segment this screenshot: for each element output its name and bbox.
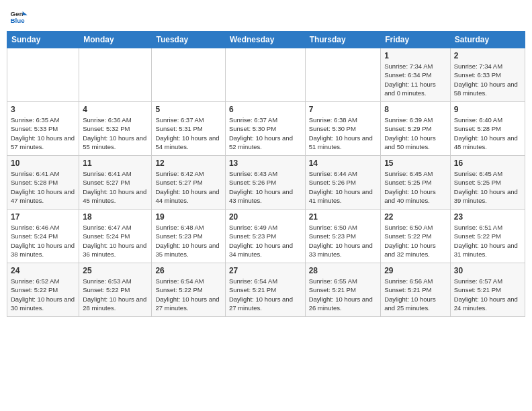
day-info: Sunrise: 6:45 AMSunset: 5:25 PMDaylight:…	[454, 169, 521, 205]
calendar-day-cell: 5Sunrise: 6:37 AMSunset: 5:31 PMDaylight…	[152, 102, 225, 156]
calendar-day-cell: 10Sunrise: 6:41 AMSunset: 5:28 PMDayligh…	[7, 156, 79, 210]
calendar-day-cell	[79, 48, 152, 102]
day-info: Sunrise: 6:50 AMSunset: 5:23 PMDaylight:…	[309, 223, 378, 259]
day-info: Sunrise: 6:54 AMSunset: 5:21 PMDaylight:…	[229, 277, 302, 312]
svg-marker-2	[23, 11, 28, 15]
calendar-day-cell: 29Sunrise: 6:56 AMSunset: 5:21 PMDayligh…	[381, 263, 451, 317]
day-number: 13	[229, 158, 302, 168]
day-info: Sunrise: 7:34 AMSunset: 6:34 PMDaylight:…	[384, 62, 447, 97]
calendar-day-cell	[152, 48, 225, 102]
day-info: Sunrise: 6:45 AMSunset: 5:25 PMDaylight:…	[384, 169, 447, 205]
day-info: Sunrise: 6:40 AMSunset: 5:28 PMDaylight:…	[454, 116, 521, 151]
day-number: 16	[454, 158, 521, 168]
calendar-day-cell: 3Sunrise: 6:35 AMSunset: 5:33 PMDaylight…	[7, 102, 79, 156]
calendar-day-cell: 9Sunrise: 6:40 AMSunset: 5:28 PMDaylight…	[450, 102, 525, 156]
day-info: Sunrise: 6:52 AMSunset: 5:22 PMDaylight:…	[11, 277, 75, 312]
day-number: 9	[454, 105, 521, 114]
day-number: 28	[309, 266, 378, 275]
calendar-table: SundayMondayTuesdayWednesdayThursdayFrid…	[7, 31, 525, 317]
calendar-day-cell: 24Sunrise: 6:52 AMSunset: 5:22 PMDayligh…	[7, 263, 79, 317]
day-number: 1	[384, 51, 447, 60]
calendar-day-cell: 25Sunrise: 6:53 AMSunset: 5:22 PMDayligh…	[79, 263, 152, 317]
day-info: Sunrise: 6:43 AMSunset: 5:26 PMDaylight:…	[229, 169, 302, 205]
day-number: 19	[155, 212, 221, 222]
day-info: Sunrise: 6:57 AMSunset: 5:21 PMDaylight:…	[454, 277, 521, 312]
calendar-day-cell: 19Sunrise: 6:48 AMSunset: 5:23 PMDayligh…	[152, 210, 225, 263]
calendar-week-row: 3Sunrise: 6:35 AMSunset: 5:33 PMDaylight…	[7, 102, 525, 156]
calendar-day-cell: 13Sunrise: 6:43 AMSunset: 5:26 PMDayligh…	[225, 156, 305, 210]
calendar-day-cell: 17Sunrise: 6:46 AMSunset: 5:24 PMDayligh…	[7, 210, 79, 263]
calendar-day-cell: 8Sunrise: 6:39 AMSunset: 5:29 PMDaylight…	[381, 102, 451, 156]
day-number: 15	[384, 158, 447, 168]
calendar-day-cell: 26Sunrise: 6:54 AMSunset: 5:22 PMDayligh…	[152, 263, 225, 317]
day-info: Sunrise: 6:36 AMSunset: 5:32 PMDaylight:…	[83, 116, 148, 151]
calendar-day-cell: 6Sunrise: 6:37 AMSunset: 5:30 PMDaylight…	[225, 102, 305, 156]
day-info: Sunrise: 6:44 AMSunset: 5:26 PMDaylight:…	[309, 169, 378, 205]
day-info: Sunrise: 6:56 AMSunset: 5:21 PMDaylight:…	[384, 277, 447, 312]
day-info: Sunrise: 6:39 AMSunset: 5:29 PMDaylight:…	[384, 116, 447, 151]
calendar-day-cell: 11Sunrise: 6:41 AMSunset: 5:27 PMDayligh…	[79, 156, 152, 210]
day-info: Sunrise: 6:41 AMSunset: 5:28 PMDaylight:…	[11, 169, 75, 205]
day-info: Sunrise: 6:51 AMSunset: 5:22 PMDaylight:…	[454, 223, 521, 259]
day-number: 17	[11, 212, 75, 222]
weekday-header: Tuesday	[152, 32, 225, 48]
day-info: Sunrise: 6:38 AMSunset: 5:30 PMDaylight:…	[309, 116, 378, 151]
day-number: 25	[83, 266, 148, 275]
day-info: Sunrise: 6:46 AMSunset: 5:24 PMDaylight:…	[11, 223, 75, 259]
calendar-day-cell: 20Sunrise: 6:49 AMSunset: 5:23 PMDayligh…	[225, 210, 305, 263]
day-info: Sunrise: 7:34 AMSunset: 6:33 PMDaylight:…	[454, 62, 521, 97]
weekday-header: Monday	[79, 32, 152, 48]
day-info: Sunrise: 6:54 AMSunset: 5:22 PMDaylight:…	[155, 277, 221, 312]
day-number: 23	[454, 212, 521, 222]
day-number: 4	[83, 105, 148, 114]
weekday-header: Wednesday	[225, 32, 305, 48]
day-number: 21	[309, 212, 378, 222]
calendar-day-cell: 12Sunrise: 6:42 AMSunset: 5:27 PMDayligh…	[152, 156, 225, 210]
day-number: 29	[384, 266, 447, 275]
day-info: Sunrise: 6:49 AMSunset: 5:23 PMDaylight:…	[229, 223, 302, 259]
calendar-day-cell: 27Sunrise: 6:54 AMSunset: 5:21 PMDayligh…	[225, 263, 305, 317]
day-number: 20	[229, 212, 302, 222]
day-info: Sunrise: 6:37 AMSunset: 5:31 PMDaylight:…	[155, 116, 221, 151]
day-number: 5	[155, 105, 221, 114]
calendar-day-cell: 16Sunrise: 6:45 AMSunset: 5:25 PMDayligh…	[450, 156, 525, 210]
weekday-header: Friday	[381, 32, 451, 48]
day-number: 2	[454, 51, 521, 60]
calendar-day-cell: 4Sunrise: 6:36 AMSunset: 5:32 PMDaylight…	[79, 102, 152, 156]
calendar-day-cell	[7, 48, 79, 102]
day-number: 14	[309, 158, 378, 168]
day-number: 22	[384, 212, 447, 222]
day-number: 24	[11, 266, 75, 275]
calendar-day-cell: 30Sunrise: 6:57 AMSunset: 5:21 PMDayligh…	[450, 263, 525, 317]
calendar-day-cell: 1Sunrise: 7:34 AMSunset: 6:34 PMDaylight…	[381, 48, 451, 102]
day-number: 7	[309, 105, 378, 114]
calendar-day-cell	[305, 48, 381, 102]
day-number: 8	[384, 105, 447, 114]
day-number: 3	[11, 105, 75, 114]
day-number: 30	[454, 266, 521, 275]
day-number: 6	[229, 105, 302, 114]
calendar-day-cell: 14Sunrise: 6:44 AMSunset: 5:26 PMDayligh…	[305, 156, 381, 210]
day-info: Sunrise: 6:47 AMSunset: 5:24 PMDaylight:…	[83, 223, 148, 259]
day-info: Sunrise: 6:53 AMSunset: 5:22 PMDaylight:…	[83, 277, 148, 312]
day-info: Sunrise: 6:37 AMSunset: 5:30 PMDaylight:…	[229, 116, 302, 151]
day-info: Sunrise: 6:35 AMSunset: 5:33 PMDaylight:…	[11, 116, 75, 151]
day-number: 11	[83, 158, 148, 168]
day-number: 26	[155, 266, 221, 275]
weekday-header: Thursday	[305, 32, 381, 48]
calendar-day-cell: 15Sunrise: 6:45 AMSunset: 5:25 PMDayligh…	[381, 156, 451, 210]
day-number: 12	[155, 158, 221, 168]
day-info: Sunrise: 6:42 AMSunset: 5:27 PMDaylight:…	[155, 169, 221, 205]
calendar-day-cell: 22Sunrise: 6:50 AMSunset: 5:22 PMDayligh…	[381, 210, 451, 263]
day-info: Sunrise: 6:48 AMSunset: 5:23 PMDaylight:…	[155, 223, 221, 259]
day-info: Sunrise: 6:41 AMSunset: 5:27 PMDaylight:…	[83, 169, 148, 205]
day-number: 18	[83, 212, 148, 222]
calendar-week-row: 24Sunrise: 6:52 AMSunset: 5:22 PMDayligh…	[7, 263, 525, 317]
calendar-day-cell: 2Sunrise: 7:34 AMSunset: 6:33 PMDaylight…	[450, 48, 525, 102]
calendar-week-row: 10Sunrise: 6:41 AMSunset: 5:28 PMDayligh…	[7, 156, 525, 210]
calendar-header-row: SundayMondayTuesdayWednesdayThursdayFrid…	[7, 32, 525, 48]
logo: Gen Blue	[9, 7, 30, 26]
day-info: Sunrise: 6:50 AMSunset: 5:22 PMDaylight:…	[384, 223, 447, 259]
calendar-week-row: 17Sunrise: 6:46 AMSunset: 5:24 PMDayligh…	[7, 210, 525, 263]
day-number: 27	[229, 266, 302, 275]
